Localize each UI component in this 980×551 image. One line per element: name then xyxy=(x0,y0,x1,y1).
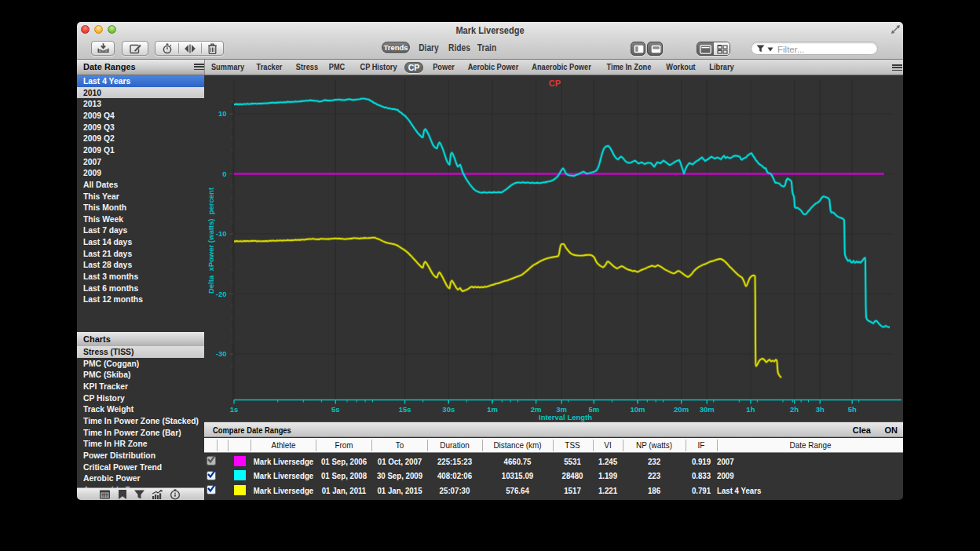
svg-text:Delta xPower (watts) percent: Delta xPower (watts) percent xyxy=(207,187,215,294)
svg-text:3h: 3h xyxy=(816,405,825,414)
svg-text:-30: -30 xyxy=(216,349,227,358)
svg-text:10m: 10m xyxy=(630,405,645,414)
svg-text:20m: 20m xyxy=(674,405,689,414)
svg-text:5h: 5h xyxy=(848,405,857,414)
svg-text:2h: 2h xyxy=(790,405,799,414)
svg-text:-10: -10 xyxy=(216,229,227,238)
svg-text:5s: 5s xyxy=(331,405,340,414)
svg-text:10: 10 xyxy=(218,109,227,118)
svg-text:-20: -20 xyxy=(216,290,227,298)
svg-text:Interval Length: Interval Length xyxy=(539,413,592,421)
svg-text:30s: 30s xyxy=(442,405,455,414)
svg-text:1s: 1s xyxy=(230,405,239,414)
svg-text:15s: 15s xyxy=(399,405,411,414)
svg-text:30m: 30m xyxy=(700,405,715,414)
svg-text:CP: CP xyxy=(549,78,561,88)
svg-text:1m: 1m xyxy=(487,405,498,414)
svg-text:0: 0 xyxy=(222,170,226,178)
svg-text:1h: 1h xyxy=(746,405,755,414)
